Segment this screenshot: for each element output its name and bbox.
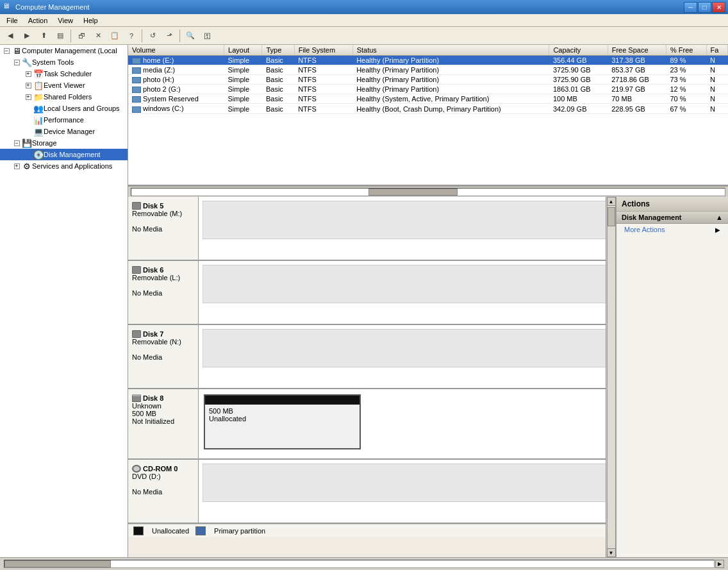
hscroll-right-button[interactable]: ▶ bbox=[715, 560, 724, 568]
table-row[interactable]: windows (C:)SimpleBasicNTFSHealthy (Boot… bbox=[128, 104, 728, 113]
toolbar-separator-3 bbox=[179, 29, 180, 42]
table-row[interactable]: home (E:)SimpleBasicNTFSHealthy (Primary… bbox=[128, 56, 728, 65]
col-type[interactable]: Type bbox=[262, 45, 294, 56]
menu-bar: File Action View Help bbox=[0, 14, 728, 27]
volume-table-container[interactable]: Volume Layout Type File System Status Ca… bbox=[128, 45, 728, 186]
menu-view[interactable]: View bbox=[53, 14, 78, 26]
help-button[interactable]: ? bbox=[124, 29, 139, 43]
window-controls[interactable]: ─ □ ✕ bbox=[684, 2, 725, 13]
volume-table: Volume Layout Type File System Status Ca… bbox=[128, 45, 728, 114]
tree-item-services[interactable]: + ⚙ Services and Applications bbox=[0, 160, 128, 172]
expand-services[interactable]: + bbox=[12, 161, 22, 171]
disk8-name: Disk 8 bbox=[132, 394, 194, 402]
search-button[interactable]: 🔍 bbox=[183, 29, 198, 43]
cdrom0-icon bbox=[132, 465, 141, 473]
table-row[interactable]: photo (H:)SimpleBasicNTFSHealthy (Primar… bbox=[128, 75, 728, 85]
actions-title: Actions bbox=[622, 199, 650, 208]
vscroll-down-button[interactable]: ▼ bbox=[607, 548, 616, 557]
expand-shared-folders[interactable]: + bbox=[23, 92, 33, 102]
cell-status: Healthy (Primary Partition) bbox=[352, 65, 549, 75]
tree-item-performance[interactable]: 📊 Performance bbox=[0, 114, 128, 126]
right-panel: Volume Layout Type File System Status Ca… bbox=[128, 45, 728, 557]
table-row[interactable]: photo 2 (G:)SimpleBasicNTFSHealthy (Prim… bbox=[128, 85, 728, 94]
col-pctfree[interactable]: % Free bbox=[666, 45, 706, 56]
export-button[interactable]: ⬏ bbox=[161, 29, 177, 43]
filter-button[interactable]: ⚿ bbox=[199, 29, 215, 43]
device-manager-label: Device Manager bbox=[44, 128, 95, 135]
cell-free: 317.38 GB bbox=[608, 56, 666, 65]
close-button[interactable]: ✕ bbox=[712, 2, 725, 13]
tree-item-device-manager[interactable]: 💻 Device Manager bbox=[0, 126, 128, 137]
disk6-name: Disk 6 bbox=[132, 266, 194, 274]
vertical-scrollbar[interactable]: ▲ ▼ bbox=[606, 197, 616, 557]
tree-item-shared-folders[interactable]: + 📁 Shared Folders bbox=[0, 91, 128, 103]
volume-icon bbox=[132, 77, 141, 83]
disk7-no-media-area bbox=[203, 329, 612, 367]
cell-volume: home (E:) bbox=[128, 56, 224, 65]
left-panel[interactable]: − 🖥 Computer Management (Local − 🔧 Syste… bbox=[0, 45, 128, 557]
expand-task-scheduler[interactable]: + bbox=[23, 69, 33, 79]
tree-item-task-scheduler[interactable]: + 📅 Task Scheduler bbox=[0, 68, 128, 80]
horizontal-scrollbar[interactable] bbox=[128, 186, 728, 197]
refresh-button[interactable]: ↺ bbox=[145, 29, 160, 43]
cell-layout: Simple bbox=[224, 56, 262, 65]
col-filesystem[interactable]: File System bbox=[294, 45, 352, 56]
col-capacity[interactable]: Capacity bbox=[549, 45, 608, 56]
up-button[interactable]: ⬆ bbox=[36, 29, 51, 43]
status-scroll-track[interactable] bbox=[4, 560, 715, 568]
status-scroll-thumb[interactable] bbox=[4, 560, 111, 567]
back-button[interactable]: ◀ bbox=[3, 29, 18, 43]
show-hide-button[interactable]: ▤ bbox=[53, 29, 68, 43]
delete-button[interactable]: ✕ bbox=[90, 29, 106, 43]
forward-button[interactable]: ▶ bbox=[19, 29, 35, 43]
cell-pct_free: 73 % bbox=[666, 75, 706, 85]
cell-type: Basic bbox=[262, 94, 294, 104]
hscroll-track[interactable] bbox=[131, 188, 725, 196]
menu-help[interactable]: Help bbox=[78, 14, 103, 26]
expand-storage[interactable]: − bbox=[12, 138, 22, 148]
col-status[interactable]: Status bbox=[352, 45, 549, 56]
table-row[interactable]: media (Z:)SimpleBasicNTFSHealthy (Primar… bbox=[128, 65, 728, 75]
cell-pct_free: 70 % bbox=[666, 94, 706, 104]
minimize-button[interactable]: ─ bbox=[684, 2, 697, 13]
cell-layout: Simple bbox=[224, 94, 262, 104]
col-layout[interactable]: Layout bbox=[224, 45, 262, 56]
menu-action[interactable]: Action bbox=[23, 14, 53, 26]
expand-computer-management[interactable]: − bbox=[1, 46, 12, 56]
actions-section-disk-management[interactable]: Disk Management ▲ bbox=[616, 212, 728, 224]
expand-event-viewer[interactable]: + bbox=[23, 80, 33, 90]
col-fa[interactable]: Fa bbox=[706, 45, 727, 56]
tree-item-system-tools[interactable]: − 🔧 System Tools bbox=[0, 56, 128, 68]
performance-icon: 📊 bbox=[33, 115, 44, 125]
new-window-button[interactable]: 🗗 bbox=[74, 29, 89, 43]
tree-item-local-users[interactable]: 👥 Local Users and Groups bbox=[0, 103, 128, 114]
vscroll-track[interactable] bbox=[607, 206, 616, 548]
tree-item-storage[interactable]: − 💾 Storage bbox=[0, 137, 128, 149]
disk7-type: Removable (N:) bbox=[132, 338, 194, 346]
disk7-name: Disk 7 bbox=[132, 330, 194, 338]
actions-header: Actions bbox=[616, 197, 728, 212]
hscroll-thumb[interactable] bbox=[368, 189, 458, 196]
menu-file[interactable]: File bbox=[1, 14, 23, 26]
cell-free: 2718.86 GB bbox=[608, 75, 666, 85]
app-icon: 🖥 bbox=[3, 2, 13, 12]
tree-item-computer-management[interactable]: − 🖥 Computer Management (Local bbox=[0, 45, 128, 56]
maximize-button[interactable]: □ bbox=[698, 2, 711, 13]
actions-item-more-actions[interactable]: More Actions ▶ bbox=[616, 224, 728, 235]
cell-capacity: 356.44 GB bbox=[549, 56, 608, 65]
legend-primary-label: Primary partition bbox=[214, 527, 265, 535]
vscroll-up-button[interactable]: ▲ bbox=[607, 197, 616, 206]
disk-row-disk8: Disk 8 Unknown 500 MB Not Initialized 50… bbox=[128, 389, 616, 460]
tree-item-event-viewer[interactable]: + 📋 Event Viewer bbox=[0, 80, 128, 91]
col-volume[interactable]: Volume bbox=[128, 45, 224, 56]
table-header-row: Volume Layout Type File System Status Ca… bbox=[128, 45, 728, 56]
main-layout: − 🖥 Computer Management (Local − 🔧 Syste… bbox=[0, 45, 728, 557]
table-row[interactable]: System ReservedSimpleBasicNTFSHealthy (S… bbox=[128, 94, 728, 104]
properties-button[interactable]: 📋 bbox=[107, 29, 122, 43]
tree-item-disk-management[interactable]: 💽 Disk Management bbox=[0, 149, 128, 160]
col-freespace[interactable]: Free Space bbox=[608, 45, 666, 56]
disk6-area bbox=[199, 261, 616, 324]
expand-system-tools[interactable]: − bbox=[12, 57, 22, 67]
vscroll-thumb[interactable] bbox=[608, 207, 615, 226]
more-actions-label: More Actions bbox=[624, 226, 665, 233]
